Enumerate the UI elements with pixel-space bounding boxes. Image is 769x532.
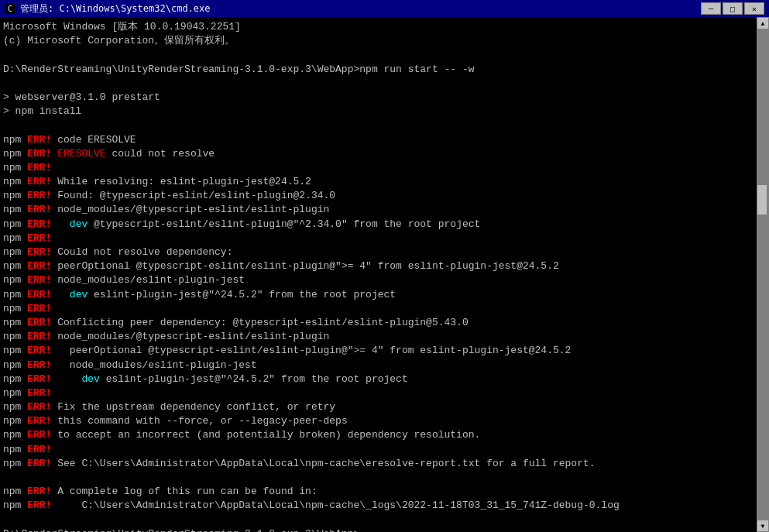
line-err-10: npm ERR! peerOptional @typescript-eslint… bbox=[3, 259, 754, 273]
line-err-13: npm ERR! bbox=[3, 302, 754, 316]
scroll-down-button[interactable]: ▼ bbox=[757, 520, 769, 532]
line-err-4: npm ERR! While resolving: eslint-plugin-… bbox=[3, 175, 754, 189]
window-title: 管理员: C:\Windows\System32\cmd.exe bbox=[20, 2, 211, 15]
scroll-up-button[interactable]: ▲ bbox=[757, 17, 769, 29]
line-err-24: npm ERR! See C:\Users\Administrator\AppD… bbox=[3, 457, 754, 471]
line-npm-install: > npm install bbox=[3, 105, 754, 118]
maximize-button[interactable]: □ bbox=[723, 2, 743, 15]
line-err-2: npm ERR! ERESOLVE could not resolve bbox=[3, 147, 754, 161]
line-err-16: npm ERR! peerOptional @typescript-eslint… bbox=[3, 344, 754, 358]
line-blank-4 bbox=[3, 471, 754, 485]
line-blank-1 bbox=[3, 48, 754, 62]
line-err-22: npm ERR! to accept an incorrect (and pot… bbox=[3, 428, 754, 442]
minimize-button[interactable]: ─ bbox=[701, 2, 721, 15]
line-err-11: npm ERR! node_modules/eslint-plugin-jest bbox=[3, 273, 754, 287]
title-bar: C 管理员: C:\Windows\System32\cmd.exe ─ □ ✕ bbox=[0, 0, 769, 17]
line-err-12: npm ERR! dev eslint-plugin-jest@"^24.5.2… bbox=[3, 288, 754, 302]
line-err-1: npm ERR! code ERESOLVE bbox=[3, 133, 754, 147]
line-err-25: npm ERR! A complete log of this run can … bbox=[3, 485, 754, 499]
title-bar-left: C 管理员: C:\Windows\System32\cmd.exe bbox=[5, 2, 211, 15]
line-prestart: > webserver@3.1.0 prestart bbox=[3, 91, 754, 105]
line-err-5: npm ERR! Found: @typescript-eslint/eslin… bbox=[3, 189, 754, 203]
line-err-9: npm ERR! Could not resolve dependency: bbox=[3, 245, 754, 259]
line-err-26: npm ERR! C:\Users\Administrator\AppData\… bbox=[3, 499, 754, 513]
scrollbar[interactable]: ▲ ▼ bbox=[757, 17, 769, 532]
scroll-track[interactable] bbox=[757, 29, 769, 520]
line-blank-5 bbox=[3, 513, 754, 527]
line-2: (c) Microsoft Corporation。保留所有权利。 bbox=[3, 34, 754, 48]
line-err-15: npm ERR! node_modules/@typescript-eslint… bbox=[3, 330, 754, 344]
terminal-output: Microsoft Windows [版本 10.0.19043.2251] (… bbox=[0, 17, 757, 532]
line-err-6: npm ERR! node_modules/@typescript-eslint… bbox=[3, 203, 754, 217]
line-err-21: npm ERR! this command with --force, or -… bbox=[3, 414, 754, 428]
line-err-8: npm ERR! bbox=[3, 232, 754, 245]
line-err-3: npm ERR! bbox=[3, 161, 754, 175]
line-1: Microsoft Windows [版本 10.0.19043.2251] bbox=[3, 20, 754, 34]
line-blank-2 bbox=[3, 77, 754, 91]
line-err-7: npm ERR! dev @typescript-eslint/eslint-p… bbox=[3, 218, 754, 232]
window-controls[interactable]: ─ □ ✕ bbox=[701, 2, 764, 15]
close-button[interactable]: ✕ bbox=[744, 2, 764, 15]
line-blank-3 bbox=[3, 118, 754, 132]
line-cmd: D:\RenderStreaming\UnityRenderStreaming-… bbox=[3, 63, 754, 77]
scroll-thumb[interactable] bbox=[757, 184, 767, 215]
line-err-20: npm ERR! Fix the upstream dependency con… bbox=[3, 400, 754, 414]
cmd-icon: C bbox=[5, 3, 15, 14]
line-err-14: npm ERR! Conflicting peer dependency: @t… bbox=[3, 316, 754, 330]
line-err-23: npm ERR! bbox=[3, 443, 754, 457]
line-prompt: D:\RenderStreaming\UnityRenderStreaming-… bbox=[3, 527, 754, 532]
line-err-19: npm ERR! bbox=[3, 386, 754, 400]
line-err-18: npm ERR! dev eslint-plugin-jest@"^24.5.2… bbox=[3, 372, 754, 386]
line-err-17: npm ERR! node_modules/eslint-plugin-jest bbox=[3, 359, 754, 372]
